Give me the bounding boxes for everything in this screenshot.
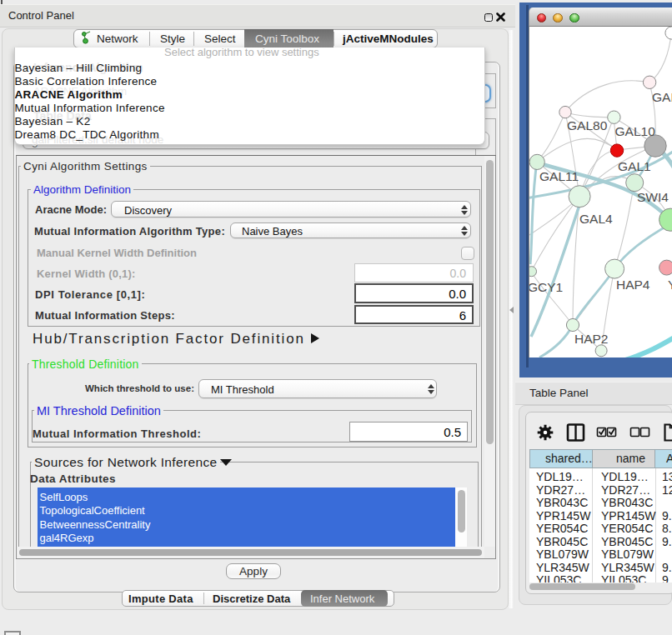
svg-text:HAP4: HAP4 [616,278,650,292]
svg-text:GCY1: GCY1 [529,280,563,294]
svg-text:GAL10: GAL10 [615,124,656,138]
svg-text:HAP2: HAP2 [574,332,609,346]
svg-text:GAL80: GAL80 [567,118,608,132]
svg-text:GAL4: GAL4 [579,212,613,226]
svg-text:GAL11: GAL11 [539,169,579,183]
svg-text:GAL7: GAL7 [652,90,672,104]
svg-text:GAL1: GAL1 [618,159,651,173]
svg-text:SWI4: SWI4 [637,190,669,204]
svg-text:Y: Y [668,278,672,292]
